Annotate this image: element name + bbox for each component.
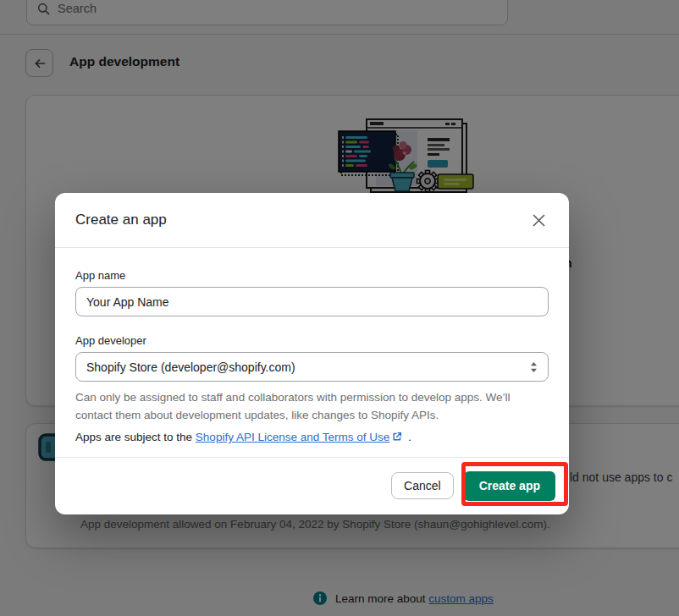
app-name-input[interactable] — [75, 287, 549, 316]
license-suffix: . — [405, 431, 411, 443]
create-app-modal: Create an app App name App developer Sho… — [55, 193, 569, 514]
app-developer-label: App developer — [75, 334, 549, 347]
developer-help-text: Can only be assigned to staff and collab… — [75, 388, 549, 424]
modal-header: Create an app — [55, 193, 569, 248]
external-link-icon — [392, 432, 402, 444]
create-app-button[interactable]: Create app — [464, 471, 555, 501]
modal-footer-divider — [55, 457, 569, 458]
app-name-label: App name — [75, 269, 549, 282]
close-icon — [533, 214, 545, 227]
app-developer-field: App developer Shopify Store (developer@s… — [75, 334, 549, 382]
api-license-link[interactable]: Shopify API License and Terms of Use — [196, 431, 389, 443]
select-stepper-icon — [530, 361, 538, 373]
app-name-field: App name — [75, 269, 549, 316]
modal-title: Create an app — [75, 212, 167, 228]
shopify-app-development-page: App development — [0, 0, 679, 616]
app-developer-select[interactable]: Shopify Store (developer@shopify.com) — [75, 352, 549, 382]
license-prefix: Apps are subject to the — [75, 431, 192, 443]
close-button[interactable] — [525, 206, 552, 234]
cancel-button[interactable]: Cancel — [391, 472, 454, 499]
license-line: Apps are subject to the Shopify API Lice… — [75, 431, 549, 444]
modal-footer: Cancel Create app — [391, 469, 555, 503]
modal-body: App name App developer Shopify Store (de… — [55, 248, 569, 444]
app-developer-selected-value: Shopify Store (developer@shopify.com) — [86, 360, 295, 374]
